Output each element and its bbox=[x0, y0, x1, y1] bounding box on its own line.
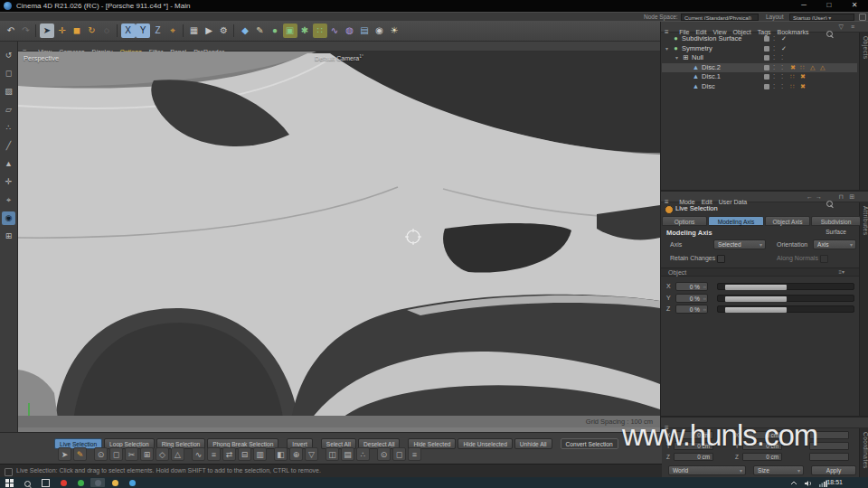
tool-icon[interactable]: ∴ bbox=[356, 447, 370, 461]
button-unhide-all[interactable]: Unhide All bbox=[514, 438, 552, 449]
tool-icon[interactable]: ◻ bbox=[109, 447, 123, 461]
tab-options[interactable]: Options bbox=[662, 216, 707, 226]
slider-handle[interactable] bbox=[725, 296, 787, 302]
workplane-snap-icon[interactable]: ⊞ bbox=[2, 230, 15, 243]
taskbar-app-green[interactable] bbox=[73, 478, 88, 487]
state-dots-icon[interactable]: ⁚ bbox=[781, 82, 783, 91]
select-tool-icon[interactable]: ➤ bbox=[58, 447, 71, 461]
render-settings-icon[interactable]: ⚙ bbox=[217, 23, 231, 38]
slider-track[interactable] bbox=[717, 295, 854, 302]
object-row-disc[interactable]: ▲ Disc⁚⁚∷✖ bbox=[662, 82, 857, 91]
tool-icon[interactable]: ▥ bbox=[253, 447, 267, 461]
floor-icon[interactable]: ▤ bbox=[357, 23, 372, 38]
add-primitive-icon[interactable]: ◆ bbox=[238, 23, 252, 38]
spinner-icon[interactable]: ‹› bbox=[703, 283, 706, 291]
layout-dropdown[interactable]: Startup (User) ▾ bbox=[789, 14, 854, 21]
object-row-disc-2[interactable]: ▲ Disc.2⁚⁚✖∷△△ bbox=[662, 63, 857, 72]
expand-caret-icon[interactable]: ▾ bbox=[665, 44, 672, 53]
editor-render-dots-icon[interactable]: ⁚ bbox=[773, 53, 775, 62]
tray-chevron-icon[interactable] bbox=[787, 478, 801, 487]
start-button[interactable] bbox=[2, 478, 16, 487]
visibility-toggle-icon[interactable] bbox=[764, 65, 769, 70]
scale-tool-icon[interactable]: ◼ bbox=[70, 23, 84, 38]
tag-x-icon[interactable]: ✖ bbox=[800, 82, 806, 91]
generator-icon[interactable]: ▣ bbox=[283, 23, 297, 38]
tab-subdivision-surface[interactable]: Subdivision Surface bbox=[811, 216, 861, 226]
taskbar-app-dark[interactable] bbox=[90, 478, 105, 487]
tool-icon[interactable]: ◧ bbox=[274, 447, 288, 461]
model-mode-icon[interactable]: ◻ bbox=[2, 67, 15, 80]
tool-icon[interactable]: ∿ bbox=[192, 447, 205, 461]
taskbar-app-blue[interactable] bbox=[125, 478, 139, 487]
environment-icon[interactable]: ◍ bbox=[343, 23, 357, 38]
object-manager-side-tab[interactable]: Objects bbox=[859, 33, 868, 190]
tool-icon[interactable]: ▽ bbox=[305, 447, 318, 461]
spinner-icon[interactable]: ‹› bbox=[703, 305, 706, 314]
editor-render-dots-icon[interactable]: ⁚ bbox=[773, 44, 775, 53]
editor-render-dots-icon[interactable]: ⁚ bbox=[773, 63, 775, 72]
attribute-manager-side-tab[interactable]: Attributes bbox=[859, 202, 868, 416]
tool-icon[interactable]: ≡ bbox=[408, 447, 421, 461]
visibility-toggle-icon[interactable] bbox=[764, 84, 769, 89]
subdivision-surface-icon[interactable]: ● bbox=[268, 23, 282, 38]
brush-tool-icon[interactable]: ✎ bbox=[73, 447, 87, 461]
visibility-toggle-icon[interactable] bbox=[764, 36, 769, 42]
along-normals-checkbox[interactable] bbox=[820, 255, 828, 263]
slider-value-field[interactable]: 0 %‹› bbox=[675, 305, 708, 314]
object-row-disc-1[interactable]: ▲ Disc.1⁚⁚∷✖ bbox=[662, 72, 857, 81]
field-icon[interactable]: ✱ bbox=[297, 23, 312, 38]
cloner-icon[interactable]: ∷ bbox=[313, 23, 327, 38]
history-forward-icon[interactable]: → bbox=[816, 192, 822, 202]
apply-button[interactable]: Apply bbox=[811, 465, 856, 475]
coordinate-space-dropdown[interactable]: World▾ bbox=[668, 465, 746, 475]
list-view-icon[interactable]: ≡ bbox=[851, 22, 854, 32]
button-convert-selection[interactable]: Convert Selection bbox=[561, 438, 618, 449]
tool-icon[interactable]: ⊙ bbox=[94, 447, 108, 461]
snap-mode-icon[interactable]: ◉ bbox=[2, 211, 15, 225]
size-mode-dropdown[interactable]: Size▾ bbox=[753, 465, 804, 475]
visibility-toggle-icon[interactable] bbox=[764, 74, 769, 80]
orientation-dropdown[interactable]: Axis▾ bbox=[813, 239, 856, 249]
camera-icon[interactable]: ◉ bbox=[373, 23, 387, 38]
tool-icon[interactable]: ◻ bbox=[392, 447, 406, 461]
filter-icon[interactable]: ▽ bbox=[839, 22, 844, 32]
tag-warn-icon[interactable]: △ bbox=[820, 63, 825, 72]
tool-icon[interactable]: ✂ bbox=[125, 447, 138, 461]
spline-pen-icon[interactable]: ✎ bbox=[253, 23, 268, 38]
enabled-check-icon[interactable]: ✓ bbox=[781, 34, 787, 43]
taskbar-search-icon[interactable] bbox=[20, 478, 34, 487]
object-row-subdivision-surface[interactable]: ● Subdivision Surface⁚✓ bbox=[662, 34, 857, 43]
slider-value-field[interactable]: 0 %‹› bbox=[675, 282, 708, 291]
tool-icon[interactable]: ⊟ bbox=[238, 447, 251, 461]
taskbar-app-browser-red[interactable] bbox=[56, 478, 71, 487]
tool-icon[interactable]: ≡ bbox=[207, 447, 221, 461]
search-icon[interactable] bbox=[826, 194, 833, 211]
visibility-toggle-icon[interactable] bbox=[764, 46, 769, 52]
editor-render-dots-icon[interactable]: ⁚ bbox=[773, 82, 775, 91]
volume-icon[interactable] bbox=[801, 478, 816, 487]
tool-icon[interactable]: ⊞ bbox=[140, 447, 154, 461]
button-hide-unselected[interactable]: Hide Unselected bbox=[458, 438, 512, 449]
object-row-symmetry[interactable]: ▾● Symmetry⁚✓ bbox=[662, 44, 857, 53]
tool-icon[interactable]: ◫ bbox=[326, 447, 339, 461]
z-axis-lock-icon[interactable]: Z bbox=[151, 23, 165, 38]
slider-track[interactable] bbox=[717, 305, 854, 313]
axis-mode-icon[interactable]: ⌖ bbox=[2, 193, 15, 207]
state-dots-icon[interactable]: ⁚ bbox=[781, 63, 783, 72]
minimize-button[interactable]: ─ bbox=[794, 0, 814, 12]
editor-render-dots-icon[interactable]: ⁚ bbox=[773, 34, 775, 43]
tool-icon[interactable]: ⊙ bbox=[377, 447, 391, 461]
points-mode-icon[interactable]: ∴ bbox=[2, 121, 15, 135]
viewport-canvas[interactable]: Grid Spacing : 100 cm bbox=[18, 52, 660, 432]
coord-field[interactable]: 0 cm bbox=[742, 453, 782, 461]
taskbar-clock[interactable]: 18:51 bbox=[826, 477, 843, 488]
coordinates-side-tab[interactable]: Coordinates bbox=[859, 428, 868, 477]
state-dots-icon[interactable]: ⁚ bbox=[781, 53, 783, 62]
tab-modeling-axis[interactable]: Modeling Axis bbox=[708, 216, 764, 226]
retain-changes-checkbox[interactable] bbox=[717, 255, 725, 263]
slider-track[interactable] bbox=[717, 283, 854, 290]
y-axis-lock-icon[interactable]: Y bbox=[136, 23, 150, 38]
lock-icon[interactable]: ⊓ bbox=[839, 192, 844, 202]
am-menu-user-data[interactable]: User Data bbox=[719, 197, 748, 207]
taskbar-app-file-explorer[interactable] bbox=[108, 478, 122, 487]
